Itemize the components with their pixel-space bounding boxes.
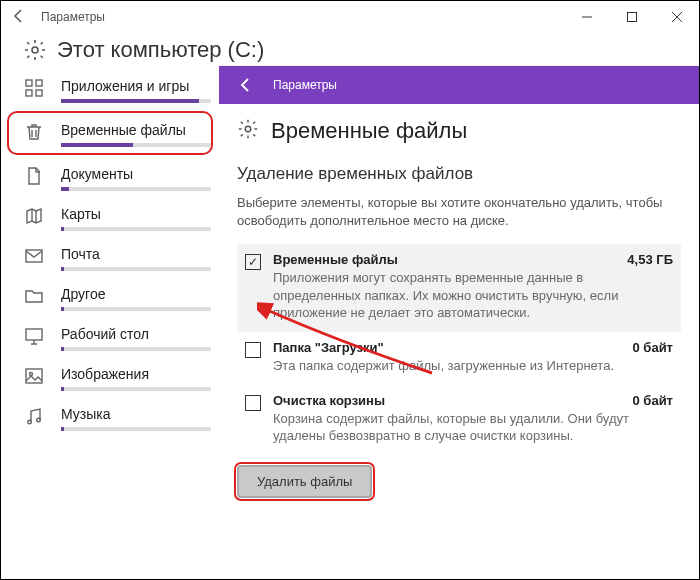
item-desc: Корзина содержит файлы, которые вы удали… (273, 410, 673, 445)
music-icon (23, 405, 45, 427)
svg-rect-7 (26, 90, 32, 96)
sidebar-item-label: Временные файлы (61, 121, 211, 139)
svg-rect-6 (36, 80, 42, 86)
sidebar-item-label: Карты (61, 205, 219, 223)
page-title: Этот компьютер (C:) (57, 37, 264, 63)
image-icon (23, 365, 45, 387)
item-recycle-bin: Очистка корзины 0 байт Корзина содержит … (237, 385, 681, 455)
maximize-button[interactable] (609, 1, 654, 33)
document-icon (23, 165, 45, 187)
svg-point-4 (32, 47, 38, 53)
item-title: Очистка корзины (273, 393, 385, 408)
sidebar-item-other[interactable]: Другое (1, 277, 219, 317)
window-title: Параметры (41, 10, 105, 24)
trash-icon (23, 121, 45, 143)
checkbox-downloads[interactable] (245, 342, 261, 358)
map-icon (23, 205, 45, 227)
item-title: Папка "Загрузки" (273, 340, 384, 355)
svg-rect-1 (627, 13, 636, 22)
sidebar-item-label: Другое (61, 285, 219, 303)
sidebar-item-label: Почта (61, 245, 219, 263)
sidebar-item-label: Рабочий стол (61, 325, 219, 343)
sidebar-item-mail[interactable]: Почта (1, 237, 219, 277)
grid-icon (23, 77, 45, 99)
checkbox-temp-files[interactable] (245, 254, 261, 270)
item-size: 0 байт (633, 393, 673, 408)
item-desc: Приложения могут сохранять временные дан… (273, 269, 673, 322)
svg-point-15 (245, 126, 251, 132)
item-temp-files: Временные файлы 4,53 ГБ Приложения могут… (237, 244, 681, 332)
svg-rect-9 (26, 250, 42, 262)
folder-icon (23, 285, 45, 307)
back-arrow-icon[interactable] (11, 8, 27, 27)
sidebar-item-apps[interactable]: Приложения и игры (1, 69, 219, 109)
sidebar-item-music[interactable]: Музыка (1, 397, 219, 437)
breadcrumb-title: Параметры (273, 78, 337, 92)
sidebar-item-maps[interactable]: Карты (1, 197, 219, 237)
gear-icon (237, 118, 259, 144)
gear-icon (23, 38, 47, 62)
mail-icon (23, 245, 45, 267)
sidebar: Приложения и игры Временные файлы Докуме… (1, 65, 219, 571)
page-header: Этот компьютер (C:) (1, 33, 699, 65)
item-size: 4,53 ГБ (627, 252, 673, 267)
sidebar-item-label: Музыка (61, 405, 219, 423)
sidebar-item-desktop[interactable]: Рабочий стол (1, 317, 219, 357)
breadcrumb: Параметры (219, 66, 699, 104)
desktop-icon (23, 325, 45, 347)
minimize-button[interactable] (564, 1, 609, 33)
svg-rect-5 (26, 80, 32, 86)
svg-rect-11 (26, 369, 42, 383)
close-button[interactable] (654, 1, 699, 33)
svg-rect-8 (36, 90, 42, 96)
sidebar-item-label: Документы (61, 165, 219, 183)
sidebar-item-documents[interactable]: Документы (1, 157, 219, 197)
item-downloads: Папка "Загрузки" 0 байт Эта папка содерж… (237, 332, 681, 385)
delete-files-button[interactable]: Удалить файлы (237, 465, 372, 498)
back-button[interactable] (231, 70, 261, 100)
sidebar-item-label: Приложения и игры (61, 77, 219, 95)
sidebar-item-pictures[interactable]: Изображения (1, 357, 219, 397)
item-desc: Эта папка содержит файлы, загруженные из… (273, 357, 673, 375)
svg-point-14 (37, 418, 41, 422)
titlebar: Параметры (1, 1, 699, 33)
panel-title: Временные файлы (271, 118, 467, 144)
panel-lead: Выберите элементы, которые вы хотите око… (237, 194, 681, 230)
content-panel: Параметры Временные файлы Удаление време… (219, 65, 699, 571)
svg-rect-10 (26, 329, 42, 340)
panel-subheading: Удаление временных файлов (237, 164, 681, 184)
sidebar-item-label: Изображения (61, 365, 219, 383)
item-size: 0 байт (633, 340, 673, 355)
svg-point-13 (28, 420, 32, 424)
checkbox-recycle-bin[interactable] (245, 395, 261, 411)
sidebar-item-temp-files[interactable]: Временные файлы (7, 111, 213, 155)
item-title: Временные файлы (273, 252, 398, 267)
